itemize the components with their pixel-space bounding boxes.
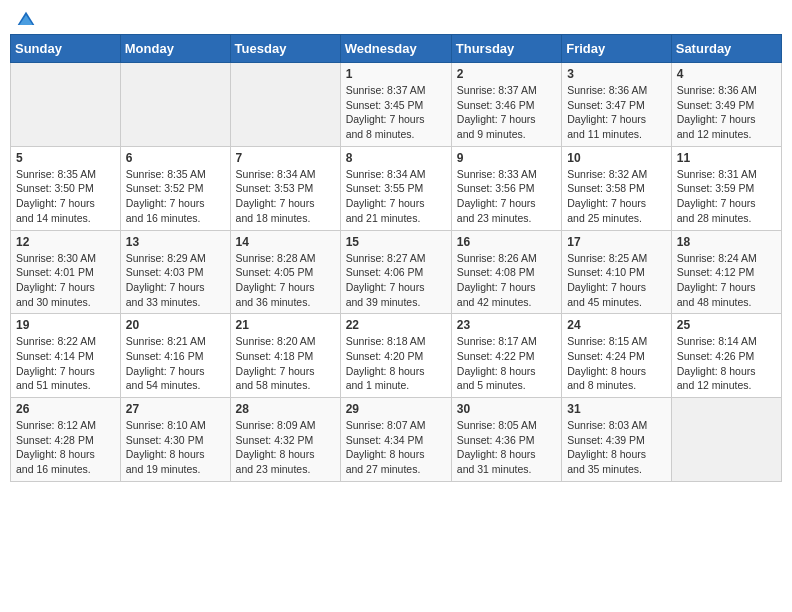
day-number: 4 bbox=[677, 67, 776, 81]
day-number: 26 bbox=[16, 402, 115, 416]
weekday-header-wednesday: Wednesday bbox=[340, 35, 451, 63]
day-info: Sunrise: 8:10 AM Sunset: 4:30 PM Dayligh… bbox=[126, 418, 225, 477]
day-cell-30: 30Sunrise: 8:05 AM Sunset: 4:36 PM Dayli… bbox=[451, 398, 561, 482]
day-cell-2: 2Sunrise: 8:37 AM Sunset: 3:46 PM Daylig… bbox=[451, 63, 561, 147]
weekday-header-row: SundayMondayTuesdayWednesdayThursdayFrid… bbox=[11, 35, 782, 63]
day-cell-5: 5Sunrise: 8:35 AM Sunset: 3:50 PM Daylig… bbox=[11, 146, 121, 230]
day-number: 20 bbox=[126, 318, 225, 332]
weekday-header-monday: Monday bbox=[120, 35, 230, 63]
day-number: 22 bbox=[346, 318, 446, 332]
day-cell-9: 9Sunrise: 8:33 AM Sunset: 3:56 PM Daylig… bbox=[451, 146, 561, 230]
day-cell-8: 8Sunrise: 8:34 AM Sunset: 3:55 PM Daylig… bbox=[340, 146, 451, 230]
day-cell-3: 3Sunrise: 8:36 AM Sunset: 3:47 PM Daylig… bbox=[562, 63, 672, 147]
weekday-header-sunday: Sunday bbox=[11, 35, 121, 63]
day-cell-17: 17Sunrise: 8:25 AM Sunset: 4:10 PM Dayli… bbox=[562, 230, 672, 314]
day-info: Sunrise: 8:07 AM Sunset: 4:34 PM Dayligh… bbox=[346, 418, 446, 477]
day-number: 13 bbox=[126, 235, 225, 249]
day-info: Sunrise: 8:34 AM Sunset: 3:55 PM Dayligh… bbox=[346, 167, 446, 226]
day-info: Sunrise: 8:27 AM Sunset: 4:06 PM Dayligh… bbox=[346, 251, 446, 310]
day-cell-26: 26Sunrise: 8:12 AM Sunset: 4:28 PM Dayli… bbox=[11, 398, 121, 482]
day-info: Sunrise: 8:34 AM Sunset: 3:53 PM Dayligh… bbox=[236, 167, 335, 226]
empty-cell bbox=[120, 63, 230, 147]
day-info: Sunrise: 8:05 AM Sunset: 4:36 PM Dayligh… bbox=[457, 418, 556, 477]
empty-cell bbox=[11, 63, 121, 147]
day-cell-20: 20Sunrise: 8:21 AM Sunset: 4:16 PM Dayli… bbox=[120, 314, 230, 398]
logo-icon bbox=[16, 10, 36, 30]
day-cell-10: 10Sunrise: 8:32 AM Sunset: 3:58 PM Dayli… bbox=[562, 146, 672, 230]
day-info: Sunrise: 8:37 AM Sunset: 3:46 PM Dayligh… bbox=[457, 83, 556, 142]
day-info: Sunrise: 8:24 AM Sunset: 4:12 PM Dayligh… bbox=[677, 251, 776, 310]
day-number: 18 bbox=[677, 235, 776, 249]
day-info: Sunrise: 8:15 AM Sunset: 4:24 PM Dayligh… bbox=[567, 334, 666, 393]
day-info: Sunrise: 8:29 AM Sunset: 4:03 PM Dayligh… bbox=[126, 251, 225, 310]
day-number: 15 bbox=[346, 235, 446, 249]
day-info: Sunrise: 8:25 AM Sunset: 4:10 PM Dayligh… bbox=[567, 251, 666, 310]
day-info: Sunrise: 8:17 AM Sunset: 4:22 PM Dayligh… bbox=[457, 334, 556, 393]
empty-cell bbox=[671, 398, 781, 482]
day-cell-23: 23Sunrise: 8:17 AM Sunset: 4:22 PM Dayli… bbox=[451, 314, 561, 398]
day-cell-25: 25Sunrise: 8:14 AM Sunset: 4:26 PM Dayli… bbox=[671, 314, 781, 398]
day-number: 29 bbox=[346, 402, 446, 416]
day-cell-12: 12Sunrise: 8:30 AM Sunset: 4:01 PM Dayli… bbox=[11, 230, 121, 314]
day-number: 16 bbox=[457, 235, 556, 249]
day-number: 9 bbox=[457, 151, 556, 165]
day-cell-4: 4Sunrise: 8:36 AM Sunset: 3:49 PM Daylig… bbox=[671, 63, 781, 147]
week-row-2: 5Sunrise: 8:35 AM Sunset: 3:50 PM Daylig… bbox=[11, 146, 782, 230]
day-info: Sunrise: 8:18 AM Sunset: 4:20 PM Dayligh… bbox=[346, 334, 446, 393]
day-info: Sunrise: 8:36 AM Sunset: 3:47 PM Dayligh… bbox=[567, 83, 666, 142]
page-header bbox=[10, 10, 782, 26]
day-cell-6: 6Sunrise: 8:35 AM Sunset: 3:52 PM Daylig… bbox=[120, 146, 230, 230]
day-info: Sunrise: 8:22 AM Sunset: 4:14 PM Dayligh… bbox=[16, 334, 115, 393]
day-number: 7 bbox=[236, 151, 335, 165]
week-row-4: 19Sunrise: 8:22 AM Sunset: 4:14 PM Dayli… bbox=[11, 314, 782, 398]
day-cell-19: 19Sunrise: 8:22 AM Sunset: 4:14 PM Dayli… bbox=[11, 314, 121, 398]
day-number: 8 bbox=[346, 151, 446, 165]
day-cell-31: 31Sunrise: 8:03 AM Sunset: 4:39 PM Dayli… bbox=[562, 398, 672, 482]
day-cell-28: 28Sunrise: 8:09 AM Sunset: 4:32 PM Dayli… bbox=[230, 398, 340, 482]
day-info: Sunrise: 8:35 AM Sunset: 3:52 PM Dayligh… bbox=[126, 167, 225, 226]
day-number: 6 bbox=[126, 151, 225, 165]
day-number: 12 bbox=[16, 235, 115, 249]
day-info: Sunrise: 8:12 AM Sunset: 4:28 PM Dayligh… bbox=[16, 418, 115, 477]
weekday-header-saturday: Saturday bbox=[671, 35, 781, 63]
day-number: 31 bbox=[567, 402, 666, 416]
day-number: 17 bbox=[567, 235, 666, 249]
day-info: Sunrise: 8:21 AM Sunset: 4:16 PM Dayligh… bbox=[126, 334, 225, 393]
day-number: 21 bbox=[236, 318, 335, 332]
day-info: Sunrise: 8:20 AM Sunset: 4:18 PM Dayligh… bbox=[236, 334, 335, 393]
day-info: Sunrise: 8:31 AM Sunset: 3:59 PM Dayligh… bbox=[677, 167, 776, 226]
day-cell-22: 22Sunrise: 8:18 AM Sunset: 4:20 PM Dayli… bbox=[340, 314, 451, 398]
day-info: Sunrise: 8:30 AM Sunset: 4:01 PM Dayligh… bbox=[16, 251, 115, 310]
day-info: Sunrise: 8:28 AM Sunset: 4:05 PM Dayligh… bbox=[236, 251, 335, 310]
day-cell-15: 15Sunrise: 8:27 AM Sunset: 4:06 PM Dayli… bbox=[340, 230, 451, 314]
week-row-1: 1Sunrise: 8:37 AM Sunset: 3:45 PM Daylig… bbox=[11, 63, 782, 147]
day-info: Sunrise: 8:26 AM Sunset: 4:08 PM Dayligh… bbox=[457, 251, 556, 310]
day-cell-1: 1Sunrise: 8:37 AM Sunset: 3:45 PM Daylig… bbox=[340, 63, 451, 147]
day-cell-7: 7Sunrise: 8:34 AM Sunset: 3:53 PM Daylig… bbox=[230, 146, 340, 230]
day-number: 14 bbox=[236, 235, 335, 249]
day-number: 1 bbox=[346, 67, 446, 81]
logo bbox=[14, 10, 36, 26]
day-info: Sunrise: 8:36 AM Sunset: 3:49 PM Dayligh… bbox=[677, 83, 776, 142]
weekday-header-thursday: Thursday bbox=[451, 35, 561, 63]
calendar-table: SundayMondayTuesdayWednesdayThursdayFrid… bbox=[10, 34, 782, 482]
day-number: 28 bbox=[236, 402, 335, 416]
day-number: 19 bbox=[16, 318, 115, 332]
day-info: Sunrise: 8:32 AM Sunset: 3:58 PM Dayligh… bbox=[567, 167, 666, 226]
day-number: 23 bbox=[457, 318, 556, 332]
day-number: 27 bbox=[126, 402, 225, 416]
day-cell-24: 24Sunrise: 8:15 AM Sunset: 4:24 PM Dayli… bbox=[562, 314, 672, 398]
day-number: 2 bbox=[457, 67, 556, 81]
day-cell-14: 14Sunrise: 8:28 AM Sunset: 4:05 PM Dayli… bbox=[230, 230, 340, 314]
day-info: Sunrise: 8:37 AM Sunset: 3:45 PM Dayligh… bbox=[346, 83, 446, 142]
week-row-3: 12Sunrise: 8:30 AM Sunset: 4:01 PM Dayli… bbox=[11, 230, 782, 314]
day-info: Sunrise: 8:35 AM Sunset: 3:50 PM Dayligh… bbox=[16, 167, 115, 226]
weekday-header-friday: Friday bbox=[562, 35, 672, 63]
day-cell-16: 16Sunrise: 8:26 AM Sunset: 4:08 PM Dayli… bbox=[451, 230, 561, 314]
day-cell-27: 27Sunrise: 8:10 AM Sunset: 4:30 PM Dayli… bbox=[120, 398, 230, 482]
day-cell-11: 11Sunrise: 8:31 AM Sunset: 3:59 PM Dayli… bbox=[671, 146, 781, 230]
day-cell-18: 18Sunrise: 8:24 AM Sunset: 4:12 PM Dayli… bbox=[671, 230, 781, 314]
day-info: Sunrise: 8:03 AM Sunset: 4:39 PM Dayligh… bbox=[567, 418, 666, 477]
day-number: 11 bbox=[677, 151, 776, 165]
day-number: 5 bbox=[16, 151, 115, 165]
